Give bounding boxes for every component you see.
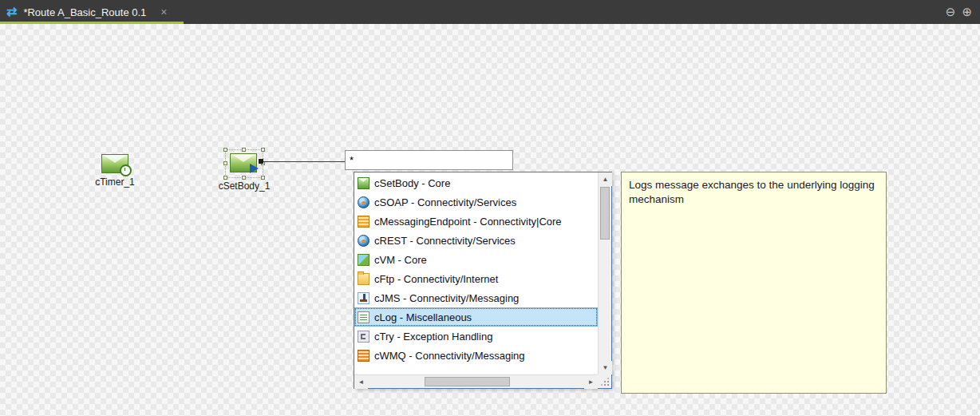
assist-item-cvm[interactable]: cVM - Core [354, 250, 598, 269]
assist-item-crest[interactable]: cREST - Connectivity/Services [354, 231, 598, 250]
tab-route-a-basic-route[interactable]: ⇄ *Route A_Basic_Route 0.1 × [0, 0, 184, 24]
scroll-right-icon[interactable]: ► [584, 375, 598, 389]
selection-handle[interactable] [223, 161, 227, 165]
arrow-icon [250, 164, 259, 173]
content-assist-popup: cSetBody - Core cSOAP - Connectivity/Ser… [354, 172, 612, 389]
assist-item-label: cLog - Miscellaneous [374, 311, 472, 323]
assist-item-label: cWMQ - Connectivity/Messaging [374, 350, 525, 362]
csoap-icon [358, 196, 369, 208]
selection-handle[interactable] [223, 148, 227, 152]
component-ctimer[interactable]: cTimer_1 [89, 154, 140, 188]
ctimer-icon [101, 154, 128, 173]
scroll-down-icon[interactable]: ▼ [599, 361, 612, 374]
editor-tab-bar: ⇄ *Route A_Basic_Route 0.1 × ⊖ ⊕ [0, 0, 980, 24]
scroll-up-icon[interactable]: ▲ [599, 172, 612, 186]
view-controls: ⊖ ⊕ [946, 0, 972, 24]
route-design-canvas[interactable]: cTimer_1 cSetBody_1 [0, 24, 980, 416]
minimize-view-icon[interactable]: ⊖ [946, 5, 956, 19]
vertical-scroll-thumb[interactable] [600, 187, 610, 240]
content-assist-list: cSetBody - Core cSOAP - Connectivity/Ser… [354, 173, 598, 374]
maximize-view-icon[interactable]: ⊕ [962, 5, 972, 19]
crest-icon [358, 235, 369, 247]
route-designer-window: ⇄ *Route A_Basic_Route 0.1 × ⊖ ⊕ cTimer_… [0, 0, 980, 416]
assist-item-label: cFtp - Connectivity/Internet [374, 273, 498, 285]
assist-item-csetbody[interactable]: cSetBody - Core [354, 173, 598, 192]
component-label: cSetBody_1 [211, 180, 278, 192]
clog-icon [358, 311, 369, 323]
assist-item-label: cSetBody - Core [374, 177, 450, 189]
assist-item-ctry[interactable]: cTry - Exception Handling [354, 327, 598, 346]
selection-handle[interactable] [242, 148, 246, 152]
csetbody-icon [230, 153, 257, 172]
ctry-icon [358, 331, 369, 343]
selection-handle[interactable] [261, 176, 265, 180]
selection-handle[interactable] [242, 176, 246, 180]
component-label: cTimer_1 [89, 176, 140, 188]
assist-item-cmessagingendpoint[interactable]: cMessagingEndpoint - Connectivity|Core [354, 212, 598, 231]
cjms-icon [358, 292, 369, 304]
assist-item-label: cREST - Connectivity/Services [374, 235, 516, 247]
selection-handle[interactable] [261, 148, 265, 152]
csetbody-icon [358, 177, 369, 189]
connection-line [263, 161, 346, 162]
assist-item-label: cJMS - Connectivity/Messaging [374, 292, 519, 304]
assist-item-cjms[interactable]: cJMS - Connectivity/Messaging [354, 288, 598, 307]
clock-icon [120, 164, 132, 176]
tooltip-text: Logs message exchanges to the underlying… [629, 179, 875, 205]
assist-item-cftp[interactable]: cFtp - Connectivity/Internet [354, 269, 598, 288]
assist-item-clog[interactable]: cLog - Miscellaneous [354, 307, 598, 327]
tab-close-icon[interactable]: × [160, 6, 167, 18]
selection-handle[interactable] [223, 176, 227, 180]
component-description-tooltip: Logs message exchanges to the underlying… [621, 172, 887, 394]
assist-item-label: cVM - Core [374, 254, 427, 266]
route-icon: ⇄ [6, 6, 17, 18]
resize-grip[interactable] [598, 374, 611, 388]
assist-item-label: cSOAP - Connectivity/Services [374, 196, 516, 208]
cftp-icon [358, 273, 369, 285]
assist-item-label: cTry - Exception Handling [374, 331, 492, 343]
component-search-input[interactable] [345, 150, 513, 170]
assist-item-csoap[interactable]: cSOAP - Connectivity/Services [354, 192, 598, 212]
horizontal-scrollbar[interactable]: ◄ ► [354, 374, 598, 388]
assist-item-label: cMessagingEndpoint - Connectivity|Core [374, 216, 562, 228]
horizontal-scroll-thumb[interactable] [425, 377, 510, 386]
vertical-scrollbar[interactable]: ▲ ▼ [598, 172, 611, 374]
assist-item-cwmq[interactable]: cWMQ - Connectivity/Messaging [354, 346, 598, 365]
cwmq-icon [358, 350, 369, 362]
selection-box [226, 150, 263, 177]
cvm-icon [358, 254, 369, 266]
cmessagingendpoint-icon [358, 216, 369, 228]
scroll-left-icon[interactable]: ◄ [354, 375, 368, 389]
tab-title: *Route A_Basic_Route 0.1 [23, 6, 146, 18]
component-csetbody[interactable]: cSetBody_1 [211, 150, 278, 192]
